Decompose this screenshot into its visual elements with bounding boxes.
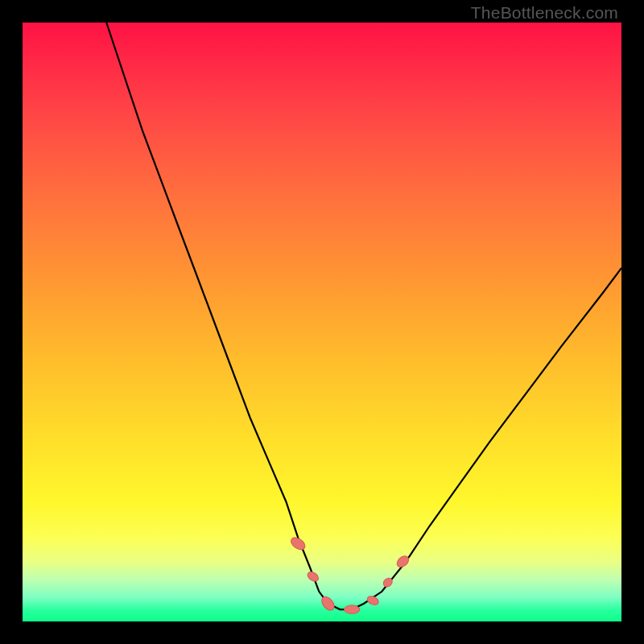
curve-marker: [345, 605, 360, 613]
chart-plot-area: [23, 23, 621, 621]
chart-svg: [23, 23, 621, 621]
curve-marker: [395, 554, 411, 569]
bottleneck-curve: [106, 23, 621, 609]
curve-markers: [289, 535, 411, 613]
curve-marker: [320, 594, 337, 613]
curve-marker: [306, 570, 320, 583]
chart-frame: TheBottleneck.com: [0, 0, 644, 644]
attribution-label: TheBottleneck.com: [471, 3, 618, 23]
curve-marker: [365, 595, 379, 607]
